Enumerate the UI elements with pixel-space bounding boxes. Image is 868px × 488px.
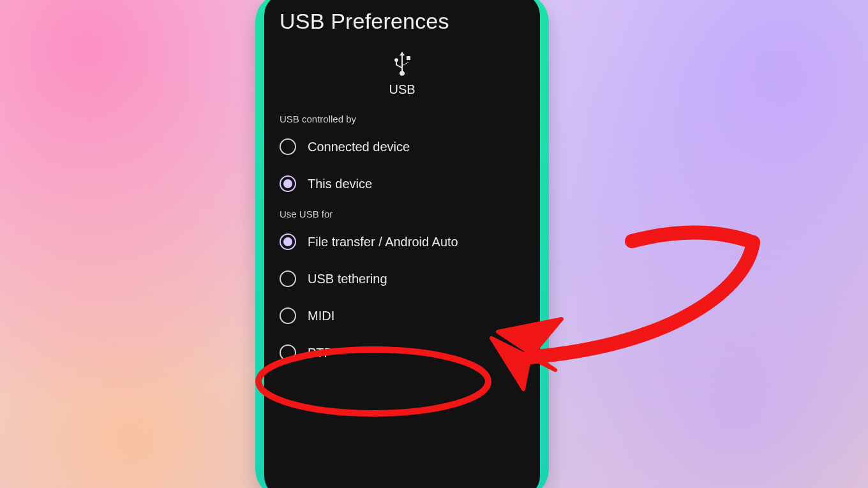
option-connected-device[interactable]: Connected device (280, 128, 525, 165)
option-label: Connected device (308, 140, 410, 154)
option-file-transfer[interactable]: File transfer / Android Auto (280, 223, 525, 260)
page-title: USB Preferences (280, 9, 525, 34)
option-label: MIDI (308, 309, 334, 323)
section-label-use-for: Use USB for (280, 209, 525, 219)
option-label: File transfer / Android Auto (308, 235, 458, 249)
radio-icon (280, 344, 296, 361)
option-usb-tethering[interactable]: USB tethering (280, 260, 525, 297)
option-ptp[interactable]: PTP (280, 334, 525, 371)
option-midi[interactable]: MIDI (280, 297, 525, 334)
radio-icon-selected (280, 175, 296, 192)
option-label: USB tethering (308, 272, 387, 286)
settings-content: USB Preferences USB USB controlled by Co… (264, 0, 540, 371)
option-label: This device (308, 177, 372, 191)
phone-frame: USB Preferences USB USB controlled by Co… (255, 0, 549, 488)
radio-icon-selected (280, 233, 296, 250)
usb-icon (391, 48, 414, 78)
section-label-controlled-by: USB controlled by (280, 114, 525, 124)
usb-header-label: USB (280, 82, 525, 97)
radio-icon (280, 138, 296, 155)
usb-header-block: USB (280, 48, 525, 97)
radio-icon (280, 307, 296, 324)
phone-screen: USB Preferences USB USB controlled by Co… (264, 0, 540, 488)
option-label: PTP (308, 346, 333, 360)
radio-icon (280, 270, 296, 287)
option-this-device[interactable]: This device (280, 165, 525, 202)
